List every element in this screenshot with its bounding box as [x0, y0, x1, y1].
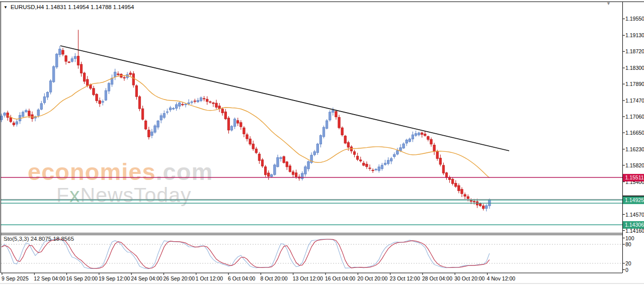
time-axis-label: 6 Oct 04:00: [228, 275, 255, 281]
candle-body: [105, 90, 107, 100]
candle-body: [430, 139, 432, 144]
sto-axis-label: 100: [625, 235, 634, 241]
candle-body: [393, 154, 395, 156]
time-axis-label: 12 Sep 04:00: [34, 275, 65, 281]
candle-body: [271, 175, 273, 177]
candle-body: [172, 109, 174, 109]
candle-body: [304, 167, 306, 174]
candle-body: [43, 97, 45, 103]
candle-body: [203, 99, 205, 99]
candle-body: [363, 163, 365, 165]
candle-body: [102, 102, 104, 103]
candle-body: [16, 122, 18, 124]
price-axis-label: 1.16650: [625, 130, 644, 136]
candle-body: [461, 189, 463, 194]
candle-body: [387, 160, 389, 164]
candle-body: [316, 144, 318, 153]
candle-body: [301, 173, 303, 178]
candle-body: [141, 109, 143, 119]
price-axis-label: 1.18300: [625, 65, 644, 71]
candle-body: [148, 130, 150, 137]
candle-body: [96, 94, 98, 101]
candle-body: [390, 159, 392, 161]
candle-body: [261, 160, 263, 166]
candle-body: [464, 195, 466, 197]
candle-body: [145, 121, 147, 129]
stochastic-indicator-label: Sto(5,3,3) 24.8075 18.8565: [4, 236, 74, 242]
candle-body: [62, 50, 64, 54]
candle-body: [22, 112, 24, 117]
price-badge: 1.14925: [623, 197, 644, 204]
candle-body: [163, 114, 165, 118]
candle-body: [117, 74, 119, 75]
candle-body: [93, 88, 95, 95]
candle-body: [49, 81, 51, 92]
candle-body: [470, 201, 472, 202]
time-axis-label: 28 Oct 04:00: [422, 275, 452, 281]
candle-body: [344, 136, 346, 143]
candle-body: [176, 105, 178, 109]
candle-body: [185, 104, 187, 105]
candle-body: [166, 112, 168, 112]
symbol-dropdown-icon[interactable]: ▼: [4, 5, 8, 10]
candle-body: [243, 128, 245, 134]
candle-body: [237, 121, 239, 123]
candle-body: [56, 54, 58, 67]
chart-canvas[interactable]: [0, 0, 644, 285]
candle-body: [135, 86, 137, 97]
candle-body: [445, 173, 447, 177]
candle-body: [46, 92, 48, 97]
autoscroll-marker-icon[interactable]: ▼: [606, 1, 611, 6]
candle-body: [433, 145, 435, 152]
candle-body: [399, 148, 401, 151]
candle-body: [258, 154, 260, 160]
candle-body: [329, 112, 331, 120]
candle-body: [409, 139, 411, 141]
candle-body: [227, 118, 229, 130]
candle-body: [332, 111, 334, 113]
candle-body: [25, 111, 27, 112]
price-axis-label: 1.14570: [625, 212, 644, 218]
candle-body: [255, 149, 257, 153]
candle-body: [132, 73, 134, 85]
candle-body: [366, 164, 368, 166]
candle-body: [252, 144, 254, 149]
time-axis-label: 23 Oct 12:00: [390, 275, 420, 281]
candle-body: [283, 156, 285, 162]
price-axis-label: 1.17890: [625, 81, 644, 87]
time-axis-label: 16 Oct 04:00: [325, 275, 355, 281]
candle-body: [197, 101, 199, 102]
candle-body: [179, 103, 181, 106]
candle-body: [412, 135, 414, 139]
time-axis-label: 26 Sep 20:00: [164, 275, 195, 281]
time-axis-label: 9 Sep 2025: [2, 275, 29, 281]
candle-body: [221, 109, 223, 113]
candle-body: [169, 108, 171, 110]
symbol-title: ▼EURUSD,H4 1.14831 1.14954 1.14788 1.149…: [4, 4, 134, 10]
candle-body: [80, 64, 82, 73]
candle-body: [347, 142, 349, 147]
candle-body: [421, 133, 423, 134]
candle-body: [289, 166, 291, 171]
candle-body: [129, 73, 131, 74]
time-axis-label: 24 Sep 04:00: [131, 275, 162, 281]
price-axis-label: 1.16230: [625, 146, 644, 152]
price-axis-label: 1.19130: [625, 32, 644, 38]
candle-body: [7, 113, 9, 117]
candle-body: [473, 201, 475, 202]
candle-body: [13, 123, 15, 125]
candle-body: [249, 139, 251, 144]
price-axis-label: 1.15820: [625, 162, 644, 168]
candle-body: [206, 99, 208, 102]
price-axis-label: 1.17470: [625, 98, 644, 104]
time-axis-label: 16 Sep 20:00: [66, 275, 98, 281]
chart-window: { "header": { "symbol_info": "EURUSD,H4 …: [0, 0, 644, 285]
candle-body: [224, 112, 226, 119]
sto-axis-label: 0: [625, 267, 628, 273]
candle-body: [233, 119, 235, 127]
candle-body: [381, 165, 383, 169]
price-badge: 1.14306: [623, 221, 644, 229]
time-axis-label: 19 Sep 12:00: [99, 275, 130, 281]
candle-body: [123, 77, 125, 78]
candle-body: [341, 128, 343, 135]
